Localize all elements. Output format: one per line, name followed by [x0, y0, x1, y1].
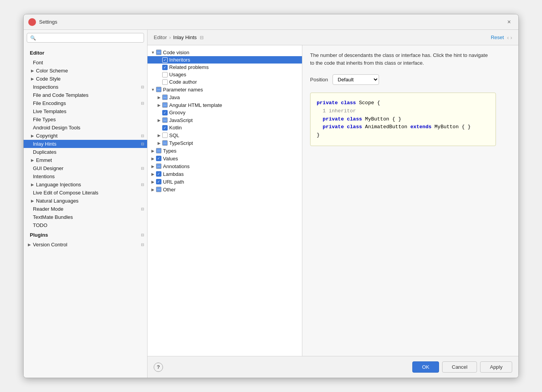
sidebar-item-file-code-templates[interactable]: File and Code Templates	[24, 91, 147, 99]
bottom-bar: ? OK Cancel Apply	[148, 356, 518, 378]
inlay-hints-label: Inlay Hints	[33, 141, 57, 147]
close-button[interactable]: ×	[504, 17, 514, 27]
sidebar-item-emmet[interactable]: ▶ Emmet	[24, 156, 147, 164]
natural-languages-label: Natural Languages	[36, 198, 79, 204]
file-types-label: File Types	[33, 117, 56, 122]
checkbox-checked-icon[interactable]	[156, 179, 161, 184]
live-edit-compose-label: Live Edit of Compose Literals	[33, 190, 98, 196]
reader-mode-label: Reader Mode	[33, 206, 63, 212]
sidebar-item-duplicates[interactable]: Duplicates	[24, 148, 147, 156]
sidebar-item-gui-designer[interactable]: GUI Designer ⊟	[24, 164, 147, 172]
checkbox-checked-icon[interactable]	[156, 156, 161, 161]
tree-item-inheritors[interactable]: Inheritors	[148, 56, 302, 64]
sidebar-item-reader-mode[interactable]: Reader Mode ⊟	[24, 205, 147, 213]
class-name-mybutton: MyButton { }	[365, 116, 401, 122]
checkbox-checked-icon[interactable]	[162, 110, 168, 115]
class-name-mybutton-ref: MyButton { }	[434, 124, 471, 130]
tree-item-java[interactable]: ▶ Java	[148, 93, 302, 101]
checkbox-checked-icon[interactable]	[162, 57, 168, 63]
position-row: Position Default Inline Before line	[310, 74, 511, 85]
checkbox-unchecked-icon[interactable]	[162, 72, 168, 77]
checkbox-checked-icon[interactable]	[162, 125, 168, 131]
checkbox-unchecked-icon[interactable]	[162, 79, 168, 85]
checkbox-checked-icon[interactable]	[156, 171, 161, 177]
class-name-scope: Scope {	[359, 100, 380, 106]
tree-item-code-vision[interactable]: ▼ Code vision	[148, 48, 302, 56]
sidebar-item-code-style[interactable]: ▶ Code Style	[24, 75, 147, 83]
position-select[interactable]: Default Inline Before line	[333, 74, 379, 85]
sidebar-group-editor: Editor	[24, 47, 147, 58]
sidebar-item-file-types[interactable]: File Types	[24, 115, 147, 124]
tree-item-related-problems[interactable]: Related problems	[148, 64, 302, 71]
minus-box-icon	[156, 50, 161, 55]
code-line-1: private class Scope {	[317, 99, 489, 107]
chevron-icon: ▶	[30, 198, 35, 204]
sidebar-item-inlay-hints[interactable]: Inlay Hints ⊟	[24, 140, 147, 148]
ok-button[interactable]: OK	[412, 361, 439, 373]
sidebar-group-plugins[interactable]: Plugins ⊟	[24, 229, 147, 241]
settings-icon: ⊟	[141, 166, 144, 170]
cancel-button[interactable]: Cancel	[442, 361, 477, 373]
tree-item-angular-html[interactable]: ▶ Angular HTML template	[148, 101, 302, 109]
sidebar-item-font[interactable]: Font	[24, 58, 147, 67]
chevron-right-icon: ▶	[150, 163, 156, 169]
sidebar-item-live-templates[interactable]: Live Templates	[24, 107, 147, 115]
tree-item-kotlin[interactable]: Kotlin	[148, 124, 302, 131]
sidebar-item-android-design-tools[interactable]: Android Design Tools	[24, 124, 147, 132]
tree-item-annotations[interactable]: ▶ Annotations	[148, 162, 302, 170]
titlebar: Settings ×	[24, 14, 518, 30]
angular-html-label: Angular HTML template	[169, 102, 222, 108]
search-input[interactable]	[38, 35, 141, 41]
sidebar-item-version-control[interactable]: ▶ Version Control ⊟	[24, 241, 147, 249]
checkbox-checked-icon[interactable]	[162, 65, 168, 70]
plugins-group-label: Plugins	[27, 230, 51, 239]
sidebar-item-copyright[interactable]: ▶ Copyright ⊟	[24, 132, 147, 140]
tree-item-url-path[interactable]: ▶ URL path	[148, 178, 302, 186]
sidebar-item-inspections[interactable]: Inspections ⊟	[24, 83, 147, 91]
tree-item-usages[interactable]: Usages	[148, 71, 302, 78]
tree-item-parameter-names[interactable]: ▼ Parameter names	[148, 86, 302, 93]
sidebar-item-intentions[interactable]: Intentions	[24, 172, 147, 181]
android-design-tools-label: Android Design Tools	[33, 125, 81, 131]
settings-window: Settings × 🔍 Editor Font ▶ C	[23, 14, 519, 378]
chevron-right-icon: ▶	[150, 155, 156, 162]
color-scheme-label: Color Scheme	[36, 68, 68, 74]
tree-item-groovy[interactable]: Groovy	[148, 109, 302, 116]
chevron-right-icon: ▶	[156, 140, 162, 146]
position-label: Position	[310, 77, 328, 83]
sidebar-item-textmate-bundles[interactable]: TextMate Bundles	[24, 213, 147, 221]
typescript-label: TypeScript	[169, 140, 193, 146]
reset-button[interactable]: Reset	[491, 34, 504, 40]
settings-icon: ⊟	[141, 242, 144, 247]
settings-icon: ⊟	[141, 101, 144, 105]
search-box[interactable]: 🔍	[27, 33, 144, 43]
tree-item-code-author[interactable]: Code author	[148, 78, 302, 86]
sidebar-item-color-scheme[interactable]: ▶ Color Scheme	[24, 67, 147, 75]
sidebar-item-language-injections[interactable]: ▶ Language Injections ⊟	[24, 181, 147, 189]
checkbox-unchecked-icon[interactable]	[162, 132, 168, 138]
code-line-3: private class MyButton { }	[317, 115, 489, 124]
keyword-private-class-3: private class	[323, 124, 362, 130]
settings-icon: ⊟	[141, 233, 144, 237]
tree-item-sql[interactable]: ▶ SQL	[148, 131, 302, 139]
apply-button[interactable]: Apply	[480, 361, 512, 373]
tree-item-lambdas[interactable]: ▶ Lambdas	[148, 170, 302, 178]
help-button[interactable]: ?	[154, 363, 163, 372]
tree-item-other[interactable]: ▶ Other	[148, 186, 302, 193]
tree-item-types[interactable]: ▶ Types	[148, 147, 302, 155]
tree-item-javascript[interactable]: ▶ JavaScript	[148, 116, 302, 124]
sidebar-item-natural-languages[interactable]: ▶ Natural Languages	[24, 197, 147, 205]
sidebar-item-todo[interactable]: TODO	[24, 221, 147, 229]
settings-icon: ⊟	[141, 142, 144, 146]
back-button[interactable]: ‹	[507, 34, 509, 41]
language-injections-label: Language Injections	[36, 182, 81, 187]
sidebar-item-file-encodings[interactable]: File Encodings ⊟	[24, 99, 147, 107]
inspections-label: Inspections	[33, 84, 58, 90]
tree-item-values[interactable]: ▶ Values	[148, 155, 302, 162]
tree-item-typescript[interactable]: ▶ TypeScript	[148, 139, 302, 147]
chevron-icon: ▶	[30, 133, 35, 139]
forward-button[interactable]: ›	[510, 34, 512, 41]
settings-icon: ⊟	[141, 134, 144, 138]
chevron-right-icon: ▶	[150, 148, 156, 154]
sidebar-item-live-edit-compose[interactable]: Live Edit of Compose Literals	[24, 189, 147, 197]
